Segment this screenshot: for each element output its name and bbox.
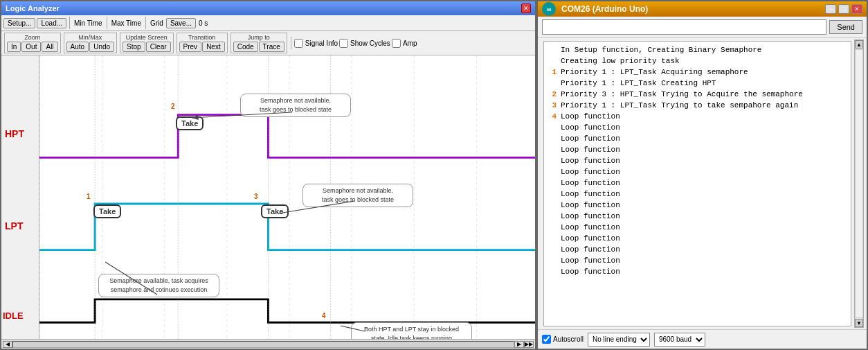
output-line: 2Priority 3 : HPT_Task Trying to Acquire… — [548, 89, 847, 100]
amp-checkbox-label[interactable]: Amp — [392, 39, 417, 48]
lpt-label: LPT — [5, 220, 23, 231]
line-text: Loop function — [561, 266, 620, 277]
load-button[interactable]: Load... — [37, 18, 66, 28]
zoom-out-button[interactable]: Out — [21, 42, 41, 52]
amp-checkbox[interactable] — [392, 39, 401, 48]
com-close-button[interactable]: ✕ — [851, 4, 862, 14]
scroll-right-2-button[interactable]: ▶▶ — [524, 341, 534, 348]
line-number: 2 — [548, 89, 557, 100]
zoom-all-button[interactable]: All — [42, 42, 57, 52]
output-line: Loop function — [548, 255, 847, 266]
arduino-logo: ∞ — [542, 2, 556, 16]
logic-analyzer-title: Logic Analyzer — [6, 4, 60, 12]
event-number-4: 4 — [322, 312, 326, 320]
event-number-3: 3 — [254, 193, 258, 200]
take-bubble-2: Take — [176, 116, 204, 130]
logic-analyzer-close-button[interactable]: ✕ — [521, 3, 531, 13]
auto-button[interactable]: Auto — [66, 42, 89, 52]
line-text: Loop function — [561, 155, 620, 166]
logic-analyzer-titlebar: Logic Analyzer ✕ — [1, 1, 535, 15]
show-cycles-label: Show Cycles — [350, 40, 390, 47]
line-number — [548, 55, 557, 67]
signal-info-checkbox[interactable] — [294, 39, 303, 48]
show-cycles-checkbox[interactable] — [339, 39, 348, 48]
bottom-scrollbar[interactable]: ◀ ▶ ▶▶ — [1, 339, 535, 349]
setup-button[interactable]: Setup... — [3, 18, 35, 28]
line-ending-select[interactable]: No line ending — [588, 333, 650, 347]
com-window-title: COM26 (Arduino Uno) — [561, 4, 648, 14]
waveform-svg — [39, 55, 535, 339]
code-button[interactable]: Code — [233, 42, 258, 52]
scroll-thumb-area[interactable] — [855, 49, 863, 318]
line-number: 4 — [548, 111, 557, 122]
take-bubble-1: Take — [93, 204, 121, 218]
scroll-up-button[interactable]: ▲ — [855, 40, 863, 49]
signal-info-checkbox-label[interactable]: Signal Info — [294, 39, 338, 48]
output-line: Loop function — [548, 244, 847, 255]
com-window-buttons: ─ □ ✕ — [825, 4, 862, 14]
com-titlebar: ∞ COM26 (Arduino Uno) ─ □ ✕ — [538, 1, 867, 17]
min-time-label: Min Time — [74, 19, 102, 27]
separator-4 — [291, 37, 291, 49]
com-input-field[interactable] — [542, 19, 826, 35]
line-text: Loop function — [561, 133, 620, 144]
prev-button[interactable]: Prev — [179, 42, 202, 52]
output-line: 1Priority 1 : LPT_Task Acquiring semapho… — [548, 67, 847, 78]
line-number — [548, 44, 557, 55]
hpt-label: HPT — [5, 128, 24, 139]
output-line: Loop function — [548, 233, 847, 244]
save-button[interactable]: Save... — [166, 18, 196, 28]
com-output: In Setup function, Creating Binary Semap… — [543, 41, 851, 326]
jump-to-label: Jump to — [248, 34, 270, 41]
line-number — [548, 155, 557, 166]
stop-button[interactable]: Stop — [123, 42, 145, 52]
autoscroll-checkbox[interactable] — [542, 335, 551, 344]
scroll-down-button[interactable]: ▼ — [855, 319, 863, 327]
output-line: 4Loop function — [548, 111, 847, 122]
grid-label: Grid — [150, 19, 163, 27]
line-text: Loop function — [561, 144, 620, 155]
line-number — [548, 177, 557, 189]
line-text: Loop function — [561, 177, 620, 189]
output-line: In Setup function, Creating Binary Semap… — [548, 44, 847, 55]
zoom-section: Zoom In Out All — [4, 33, 61, 53]
send-button[interactable]: Send — [829, 20, 862, 34]
main-content-area: HPT LPT IDLE — [1, 55, 535, 339]
autoscroll-text: Autoscroll — [553, 335, 584, 343]
output-line: 3Priority 1 : LPT_Task Trying to take se… — [548, 100, 847, 111]
next-button[interactable]: Next — [202, 42, 225, 52]
output-line: Loop function — [548, 144, 847, 155]
output-line: Loop function — [548, 189, 847, 200]
output-line: Loop function — [548, 122, 847, 133]
clear-button[interactable]: Clear — [146, 42, 171, 52]
scroll-right-1-button[interactable]: ▶ — [514, 341, 524, 348]
baud-rate-select[interactable]: 9600 baud — [654, 333, 705, 347]
line-text: Loop function — [561, 166, 620, 177]
zoom-label: Zoom — [24, 34, 40, 41]
update-screen-label: Update Screen — [126, 34, 168, 41]
undo-button[interactable]: Undo — [89, 42, 114, 52]
com-minimize-button[interactable]: ─ — [825, 4, 836, 14]
line-text: Priority 3 : HPT_Task Trying to Acquire … — [561, 89, 803, 100]
show-cycles-checkbox-label[interactable]: Show Cycles — [339, 39, 390, 48]
scroll-left-button[interactable]: ◀ — [3, 341, 12, 348]
trace-button[interactable]: Trace — [259, 42, 284, 52]
com-maximize-button[interactable]: □ — [838, 4, 849, 14]
com-output-container: In Setup function, Creating Binary Semap… — [541, 40, 864, 328]
line-text: Loop function — [561, 200, 620, 211]
minmax-section: Min/Max Auto Undo — [64, 33, 117, 53]
autoscroll-label[interactable]: Autoscroll — [542, 335, 584, 344]
com-scrollbar[interactable]: ▲ ▼ — [854, 40, 864, 328]
line-number — [548, 233, 557, 244]
com-input-row: Send — [538, 17, 867, 38]
zoom-in-button[interactable]: In — [7, 42, 21, 52]
svg-rect-1 — [39, 55, 535, 339]
amp-label: Amp — [403, 40, 417, 47]
line-text: In Setup function, Creating Binary Semap… — [561, 44, 761, 55]
event-number-2: 2 — [171, 103, 175, 110]
scroll-track[interactable] — [12, 341, 514, 348]
line-number — [548, 133, 557, 144]
logic-analyzer-window: Logic Analyzer ✕ Setup... Load... Min Ti… — [0, 0, 536, 350]
line-text: Loop function — [561, 233, 620, 244]
transition-section: Transition Prev Next — [177, 33, 228, 53]
